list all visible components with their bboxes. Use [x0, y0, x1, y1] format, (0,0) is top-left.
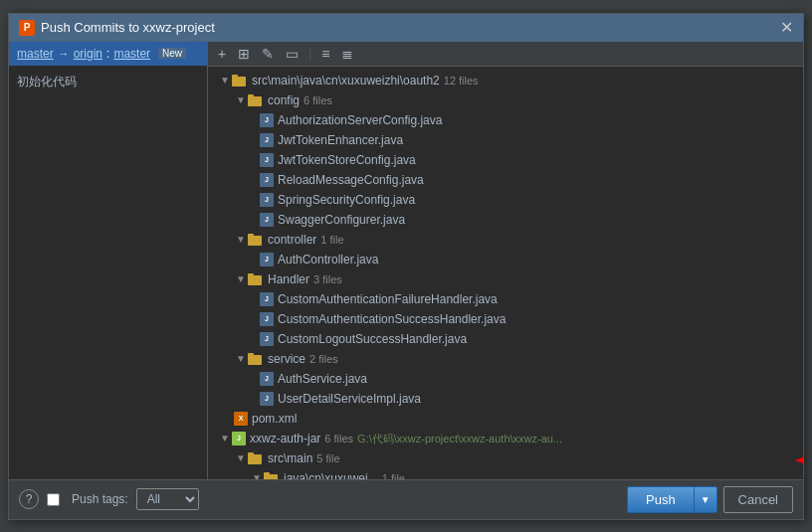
tree-row[interactable]: J CustomAuthenticationFailureHandler.jav…	[208, 289, 803, 309]
root-count: 12 files	[444, 72, 479, 89]
java-file-icon: J	[260, 332, 274, 346]
tree-row[interactable]: ▼ src\main\java\cn\xuxuweizhi\oauth2 12 …	[208, 71, 803, 90]
close-button[interactable]: ✕	[780, 20, 793, 36]
java-file-icon: J	[260, 213, 274, 227]
tree-row[interactable]: J AuthorizationServerConfig.java	[208, 110, 803, 130]
jar-file-icon: J	[232, 432, 246, 445]
folder-icon	[232, 74, 248, 88]
collapse-icon[interactable]: ▼	[218, 72, 232, 89]
file-name: AuthService.java	[278, 370, 367, 388]
tree-row[interactable]: J AuthService.java	[208, 369, 803, 389]
tree-row[interactable]: ▼ java\cn\xuxuwei... 1 file	[208, 468, 803, 479]
tree-row[interactable]: J ReloadMessageConfig.java	[208, 170, 803, 190]
separator: |	[308, 47, 311, 61]
service-folder-name: service	[268, 350, 305, 368]
collapse-icon[interactable]: ▼	[234, 91, 248, 109]
svg-rect-9	[248, 353, 254, 357]
file-tree[interactable]: ▼ src\main\java\cn\xuxuweizhi\oauth2 12 …	[208, 67, 803, 479]
controller-count: 1 file	[320, 231, 343, 249]
java-file-icon: J	[260, 253, 274, 266]
cancel-button[interactable]: Cancel	[723, 486, 793, 513]
tree-row[interactable]: ▼ Handler 3 files	[208, 269, 803, 289]
lines-button[interactable]: ≣	[337, 45, 357, 63]
app-icon: P	[19, 20, 35, 36]
grid-button[interactable]: ⊞	[234, 45, 254, 63]
file-name: CustomAuthenticationFailureHandler.java	[278, 290, 498, 308]
xml-file-icon: X	[234, 412, 248, 426]
tree-row[interactable]: J JwtTokenStoreConfig.java	[208, 150, 803, 170]
tree-row[interactable]: J SpringSecurityConfig.java	[208, 190, 803, 210]
tree-row[interactable]: J CustomLogoutSuccessHandler.java	[208, 329, 803, 349]
collapse-icon[interactable]: ▼	[234, 231, 248, 249]
collapse-button[interactable]: ▭	[282, 45, 303, 63]
tree-row[interactable]: J JwtTokenEnhancer.java	[208, 130, 803, 150]
java-file-icon: J	[260, 133, 274, 147]
file-name: JwtTokenEnhancer.java	[278, 131, 403, 149]
tree-row[interactable]: J CustomAuthenticationSuccessHandler.jav…	[208, 309, 803, 329]
java-file-icon: J	[260, 292, 274, 306]
collapse-icon[interactable]: ▼	[234, 270, 248, 288]
commit-item[interactable]: 初始化代码	[17, 72, 199, 92]
java-file-icon: J	[260, 312, 274, 326]
push-tags-checkbox[interactable]	[47, 493, 60, 506]
config-folder-name: config	[268, 91, 300, 109]
push-tags-label: Push tags:	[72, 492, 128, 506]
svg-rect-11	[248, 452, 254, 456]
tree-row[interactable]: ▼ config 6 files	[208, 90, 803, 110]
tree-row[interactable]: J SwaggerConfigurer.java	[208, 210, 803, 230]
collapse-icon[interactable]: ▼	[234, 449, 248, 467]
branch-to: master	[113, 47, 150, 61]
colon: :	[106, 47, 109, 61]
tree-row[interactable]: ▼ src\main 5 file	[208, 448, 803, 468]
tags-select[interactable]: All None	[136, 488, 199, 510]
java-cn-count: 1 file	[382, 469, 405, 479]
src-main-name: src\main	[268, 449, 312, 467]
handler-count: 3 files	[313, 270, 342, 288]
svg-rect-13	[264, 472, 270, 476]
dialog-title: Push Commits to xxwz-project	[41, 20, 215, 35]
tree-row[interactable]: X pom.xml	[208, 409, 803, 429]
java-file-icon: J	[260, 173, 274, 187]
controller-folder-name: controller	[268, 231, 316, 249]
bottom-left: ? Push tags: All None	[19, 488, 199, 510]
tree-row[interactable]: J AuthController.java	[208, 250, 803, 269]
collapse-icon[interactable]: ▼	[250, 469, 264, 479]
branch-arrow: →	[58, 47, 70, 61]
file-name: AuthController.java	[278, 251, 378, 268]
bottom-bar: ? Push tags: All None Push ▼ Cancel	[9, 479, 803, 519]
svg-rect-3	[248, 94, 254, 98]
right-panel: + ⊞ ✎ ▭ | ≡ ≣ ▼ src\main\java\cn\xuxuwei…	[208, 42, 803, 479]
edit-button[interactable]: ✎	[258, 45, 278, 63]
list-button[interactable]: ≡	[317, 45, 333, 63]
config-count: 6 files	[304, 91, 332, 109]
svg-rect-7	[248, 273, 254, 277]
java-file-icon: J	[260, 153, 274, 167]
remote-name: origin	[74, 47, 102, 61]
file-name: CustomLogoutSuccessHandler.java	[278, 330, 467, 348]
new-badge: New	[158, 48, 186, 59]
java-file-icon: J	[260, 113, 274, 127]
folder-icon	[248, 272, 264, 286]
bottom-right: Push ▼ Cancel	[627, 486, 793, 513]
folder-icon	[248, 451, 264, 465]
add-button[interactable]: +	[214, 45, 230, 63]
folder-icon	[248, 93, 264, 107]
file-name: SwaggerConfigurer.java	[278, 211, 405, 229]
tree-row[interactable]: ▼ service 2 files	[208, 349, 803, 369]
push-button[interactable]: Push	[627, 486, 694, 513]
help-button[interactable]: ?	[19, 489, 39, 509]
commits-list: 初始化代码	[9, 66, 207, 479]
branch-from: master	[17, 47, 54, 61]
file-name: UserDetailServiceImpl.java	[278, 390, 421, 408]
push-dropdown-button[interactable]: ▼	[694, 486, 717, 513]
tree-row[interactable]: J UserDetailServiceImpl.java	[208, 389, 803, 409]
svg-rect-5	[248, 234, 254, 238]
tree-row[interactable]: ▼ controller 1 file	[208, 230, 803, 250]
left-panel: master → origin : master New 初始化代码	[9, 42, 208, 479]
collapse-icon[interactable]: ▼	[234, 350, 248, 368]
tree-row[interactable]: ▼ J xxwz-auth-jar 6 files G:\代码\xxwz-pro…	[208, 429, 803, 448]
module2-count: 6 files	[324, 430, 353, 447]
collapse-icon[interactable]: ▼	[218, 430, 232, 447]
folder-icon	[248, 233, 264, 247]
title-bar-left: P Push Commits to xxwz-project	[19, 20, 215, 36]
